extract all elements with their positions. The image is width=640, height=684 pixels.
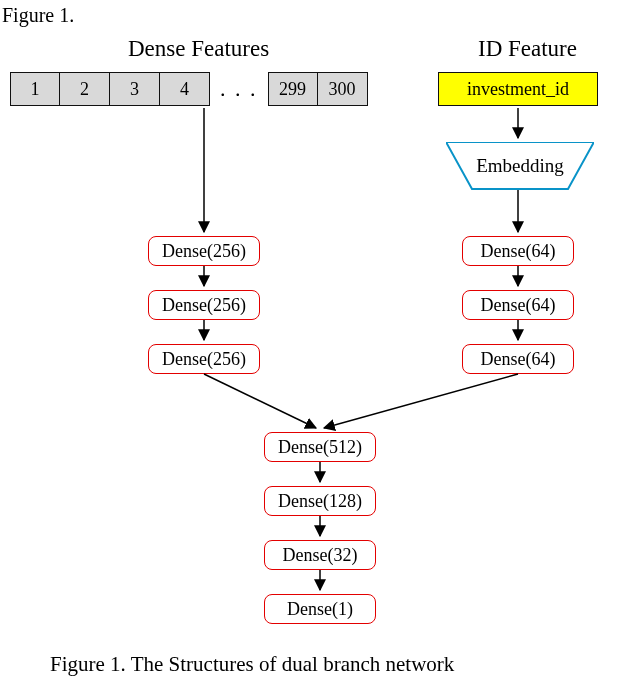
arrows-layer (0, 0, 640, 684)
svg-line-8 (204, 374, 316, 428)
svg-line-9 (324, 374, 518, 428)
figure-caption: Figure 1. The Structures of dual branch … (50, 652, 454, 677)
